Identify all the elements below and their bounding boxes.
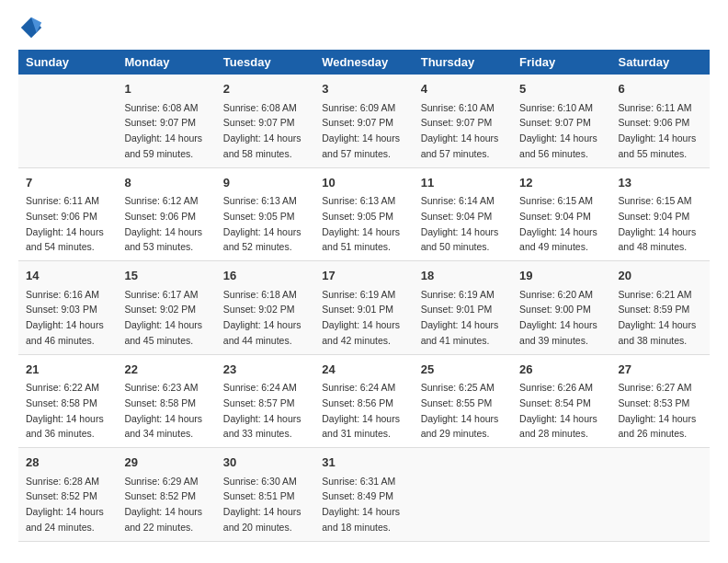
calendar-cell: 29Sunrise: 6:29 AMSunset: 8:52 PMDayligh… xyxy=(117,448,215,542)
day-number: 31 xyxy=(322,454,405,472)
day-number: 6 xyxy=(619,80,702,98)
calendar-cell: 5Sunrise: 6:10 AMSunset: 9:07 PMDaylight… xyxy=(512,75,610,167)
day-number: 21 xyxy=(26,361,109,379)
calendar-cell: 26Sunrise: 6:26 AMSunset: 8:54 PMDayligh… xyxy=(512,354,610,448)
header-day-monday: Monday xyxy=(117,50,215,75)
day-number: 16 xyxy=(223,267,307,285)
day-number: 22 xyxy=(124,361,208,379)
day-number: 3 xyxy=(322,80,405,98)
day-info: Sunrise: 6:11 AMSunset: 9:06 PMDaylight:… xyxy=(619,102,697,159)
calendar-cell: 18Sunrise: 6:19 AMSunset: 9:01 PMDayligh… xyxy=(414,261,512,355)
header-day-friday: Friday xyxy=(512,50,610,75)
day-number: 18 xyxy=(421,267,505,285)
day-info: Sunrise: 6:16 AMSunset: 9:03 PMDaylight:… xyxy=(26,289,104,346)
calendar-cell xyxy=(611,448,710,542)
day-info: Sunrise: 6:10 AMSunset: 9:07 PMDaylight:… xyxy=(421,102,499,159)
day-info: Sunrise: 6:19 AMSunset: 9:01 PMDaylight:… xyxy=(421,289,499,346)
calendar-cell: 30Sunrise: 6:30 AMSunset: 8:51 PMDayligh… xyxy=(216,448,314,542)
day-info: Sunrise: 6:08 AMSunset: 9:07 PMDaylight:… xyxy=(124,102,202,159)
calendar-header: SundayMondayTuesdayWednesdayThursdayFrid… xyxy=(18,50,710,75)
calendar-cell xyxy=(414,448,512,542)
day-number: 4 xyxy=(421,80,505,98)
day-info: Sunrise: 6:11 AMSunset: 9:06 PMDaylight:… xyxy=(26,195,104,252)
day-info: Sunrise: 6:24 AMSunset: 8:56 PMDaylight:… xyxy=(322,382,400,439)
day-info: Sunrise: 6:08 AMSunset: 9:07 PMDaylight:… xyxy=(223,102,301,159)
calendar-cell: 21Sunrise: 6:22 AMSunset: 8:58 PMDayligh… xyxy=(18,354,117,448)
day-info: Sunrise: 6:13 AMSunset: 9:05 PMDaylight:… xyxy=(223,195,301,252)
day-info: Sunrise: 6:21 AMSunset: 8:59 PMDaylight:… xyxy=(619,289,697,346)
day-info: Sunrise: 6:26 AMSunset: 8:54 PMDaylight:… xyxy=(519,382,597,439)
calendar-cell: 16Sunrise: 6:18 AMSunset: 9:02 PMDayligh… xyxy=(216,261,314,355)
header xyxy=(18,15,710,40)
header-day-tuesday: Tuesday xyxy=(216,50,314,75)
calendar-cell: 19Sunrise: 6:20 AMSunset: 9:00 PMDayligh… xyxy=(512,261,610,355)
day-info: Sunrise: 6:27 AMSunset: 8:53 PMDaylight:… xyxy=(619,382,697,439)
day-info: Sunrise: 6:14 AMSunset: 9:04 PMDaylight:… xyxy=(421,195,499,252)
calendar-cell: 8Sunrise: 6:12 AMSunset: 9:06 PMDaylight… xyxy=(117,167,215,261)
day-number: 7 xyxy=(26,174,109,192)
day-info: Sunrise: 6:15 AMSunset: 9:04 PMDaylight:… xyxy=(619,195,697,252)
day-number: 5 xyxy=(519,80,603,98)
day-number: 24 xyxy=(322,361,405,379)
day-number: 17 xyxy=(322,267,405,285)
day-number: 9 xyxy=(223,174,307,192)
day-info: Sunrise: 6:12 AMSunset: 9:06 PMDaylight:… xyxy=(124,195,202,252)
day-info: Sunrise: 6:22 AMSunset: 8:58 PMDaylight:… xyxy=(26,382,104,439)
day-number: 14 xyxy=(26,267,109,285)
calendar-cell: 11Sunrise: 6:14 AMSunset: 9:04 PMDayligh… xyxy=(414,167,512,261)
header-day-wednesday: Wednesday xyxy=(314,50,413,75)
day-info: Sunrise: 6:10 AMSunset: 9:07 PMDaylight:… xyxy=(519,102,597,159)
calendar-body: 1Sunrise: 6:08 AMSunset: 9:07 PMDaylight… xyxy=(18,75,710,541)
week-row-3: 14Sunrise: 6:16 AMSunset: 9:03 PMDayligh… xyxy=(18,261,710,355)
calendar-cell xyxy=(18,75,117,167)
day-number: 15 xyxy=(124,267,208,285)
header-day-saturday: Saturday xyxy=(611,50,710,75)
day-number: 19 xyxy=(519,267,603,285)
logo xyxy=(18,15,49,40)
calendar-cell: 6Sunrise: 6:11 AMSunset: 9:06 PMDaylight… xyxy=(611,75,710,167)
calendar-cell: 7Sunrise: 6:11 AMSunset: 9:06 PMDaylight… xyxy=(18,167,117,261)
logo-icon xyxy=(18,15,44,40)
day-number: 1 xyxy=(124,80,208,98)
week-row-2: 7Sunrise: 6:11 AMSunset: 9:06 PMDaylight… xyxy=(18,167,710,261)
calendar-cell: 25Sunrise: 6:25 AMSunset: 8:55 PMDayligh… xyxy=(414,354,512,448)
day-info: Sunrise: 6:09 AMSunset: 9:07 PMDaylight:… xyxy=(322,102,400,159)
header-row: SundayMondayTuesdayWednesdayThursdayFrid… xyxy=(18,50,710,75)
day-info: Sunrise: 6:25 AMSunset: 8:55 PMDaylight:… xyxy=(421,382,499,439)
day-info: Sunrise: 6:24 AMSunset: 8:57 PMDaylight:… xyxy=(223,382,301,439)
day-info: Sunrise: 6:17 AMSunset: 9:02 PMDaylight:… xyxy=(124,289,202,346)
day-info: Sunrise: 6:28 AMSunset: 8:52 PMDaylight:… xyxy=(26,476,104,533)
calendar-cell: 31Sunrise: 6:31 AMSunset: 8:49 PMDayligh… xyxy=(314,448,413,542)
day-info: Sunrise: 6:30 AMSunset: 8:51 PMDaylight:… xyxy=(223,476,301,533)
day-number: 13 xyxy=(619,174,702,192)
day-info: Sunrise: 6:13 AMSunset: 9:05 PMDaylight:… xyxy=(322,195,400,252)
day-info: Sunrise: 6:15 AMSunset: 9:04 PMDaylight:… xyxy=(519,195,597,252)
day-info: Sunrise: 6:18 AMSunset: 9:02 PMDaylight:… xyxy=(223,289,301,346)
week-row-1: 1Sunrise: 6:08 AMSunset: 9:07 PMDaylight… xyxy=(18,75,710,167)
day-number: 11 xyxy=(421,174,505,192)
day-number: 2 xyxy=(223,80,307,98)
calendar-table: SundayMondayTuesdayWednesdayThursdayFrid… xyxy=(18,50,710,542)
day-number: 28 xyxy=(26,454,109,472)
day-info: Sunrise: 6:23 AMSunset: 8:58 PMDaylight:… xyxy=(124,382,202,439)
day-info: Sunrise: 6:31 AMSunset: 8:49 PMDaylight:… xyxy=(322,476,400,533)
calendar-cell: 3Sunrise: 6:09 AMSunset: 9:07 PMDaylight… xyxy=(314,75,413,167)
calendar-cell: 23Sunrise: 6:24 AMSunset: 8:57 PMDayligh… xyxy=(216,354,314,448)
calendar-cell xyxy=(512,448,610,542)
day-number: 20 xyxy=(619,267,702,285)
day-number: 23 xyxy=(223,361,307,379)
day-number: 29 xyxy=(124,454,208,472)
day-number: 8 xyxy=(124,174,208,192)
calendar-cell: 15Sunrise: 6:17 AMSunset: 9:02 PMDayligh… xyxy=(117,261,215,355)
day-number: 26 xyxy=(519,361,603,379)
calendar-cell: 20Sunrise: 6:21 AMSunset: 8:59 PMDayligh… xyxy=(611,261,710,355)
calendar-cell: 27Sunrise: 6:27 AMSunset: 8:53 PMDayligh… xyxy=(611,354,710,448)
calendar-cell: 13Sunrise: 6:15 AMSunset: 9:04 PMDayligh… xyxy=(611,167,710,261)
week-row-4: 21Sunrise: 6:22 AMSunset: 8:58 PMDayligh… xyxy=(18,354,710,448)
header-day-thursday: Thursday xyxy=(414,50,512,75)
day-number: 25 xyxy=(421,361,505,379)
calendar-cell: 4Sunrise: 6:10 AMSunset: 9:07 PMDaylight… xyxy=(414,75,512,167)
day-info: Sunrise: 6:20 AMSunset: 9:00 PMDaylight:… xyxy=(519,289,597,346)
day-info: Sunrise: 6:19 AMSunset: 9:01 PMDaylight:… xyxy=(322,289,400,346)
day-number: 10 xyxy=(322,174,405,192)
